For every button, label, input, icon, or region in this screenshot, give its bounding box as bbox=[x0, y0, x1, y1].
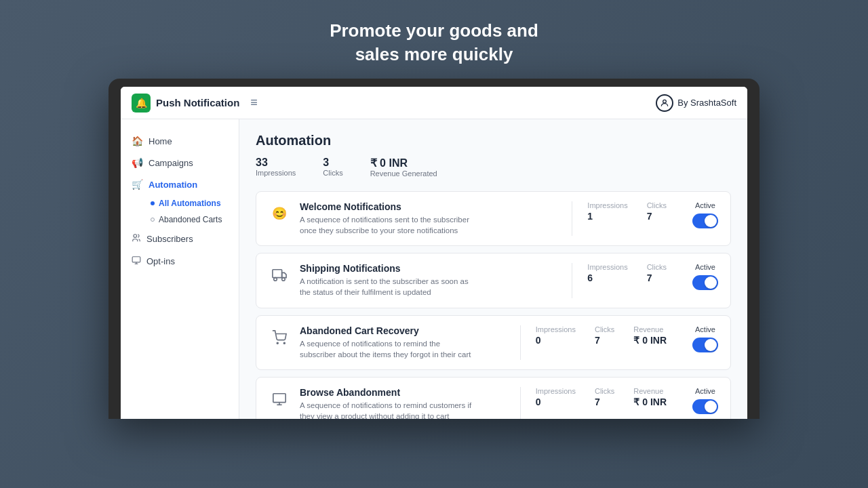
svg-rect-11 bbox=[273, 394, 285, 403]
user-label: By SrashtaSoft bbox=[677, 98, 736, 108]
welcome-toggle-area: Active bbox=[692, 201, 718, 228]
automation-icon: 🛒 bbox=[132, 179, 143, 190]
browse-abandonment-icon bbox=[269, 388, 290, 410]
divider bbox=[520, 325, 521, 360]
svg-point-1 bbox=[134, 235, 137, 238]
shipping-body: Shipping Notifications A notification is… bbox=[300, 263, 557, 298]
browse-abandonment-stats: Impressions 0 Clicks 7 Revenue ₹ 0 INR bbox=[536, 387, 667, 407]
laptop-shell: 🔔 Push Notification ≡ By SrashtaSoft 🏠 H… bbox=[108, 79, 760, 419]
app-logo: 🔔 Push Notification bbox=[132, 94, 239, 113]
sidebar-item-home[interactable]: 🏠 Home bbox=[121, 130, 239, 152]
sidebar-sub-all-automations[interactable]: All Automations bbox=[145, 195, 239, 211]
hamburger-icon[interactable]: ≡ bbox=[250, 96, 258, 110]
browse-abandonment-toggle-area: Active bbox=[692, 387, 718, 414]
sidebar-item-subscribers[interactable]: Subscribers bbox=[121, 228, 239, 250]
sidebar-sub-menu: All Automations Abandoned Carts bbox=[121, 195, 239, 228]
page-title: Automation bbox=[256, 133, 731, 148]
stat-revenue-value: ₹ 0 INR bbox=[370, 157, 437, 169]
stat-clicks: 3 Clicks bbox=[323, 157, 342, 178]
browse-abandonment-impressions: Impressions 0 bbox=[536, 387, 576, 407]
divider bbox=[572, 263, 572, 298]
abandoned-cart-toggle[interactable] bbox=[692, 338, 718, 352]
stat-impressions-value: 33 bbox=[256, 157, 296, 169]
all-automations-label: All Automations bbox=[159, 199, 221, 208]
stat-revenue-label: Revenue Generated bbox=[370, 169, 437, 178]
browse-abandonment-desc: A sequence of notifications to remind cu… bbox=[300, 400, 476, 419]
optins-icon bbox=[132, 256, 141, 267]
shipping-icon bbox=[269, 264, 290, 286]
campaigns-icon: 📢 bbox=[132, 157, 143, 168]
sidebar-optins-label: Opt-ins bbox=[146, 256, 175, 266]
welcome-impressions: Impressions 1 bbox=[587, 201, 627, 222]
divider bbox=[572, 201, 572, 236]
stat-revenue: ₹ 0 INR Revenue Generated bbox=[370, 157, 437, 178]
shipping-title: Shipping Notifications bbox=[300, 263, 557, 274]
card-shipping: Shipping Notifications A notification is… bbox=[256, 253, 731, 308]
sidebar-item-optins[interactable]: Opt-ins bbox=[121, 250, 239, 272]
svg-point-10 bbox=[283, 342, 285, 344]
abandoned-cart-revenue: Revenue ₹ 0 INR bbox=[633, 325, 667, 346]
welcome-clicks: Clicks 7 bbox=[647, 201, 667, 222]
content-area: Automation 33 Impressions 3 Clicks ₹ 0 I… bbox=[239, 119, 747, 419]
app-name: Push Notification bbox=[156, 97, 239, 108]
divider bbox=[520, 387, 521, 419]
svg-marker-6 bbox=[282, 273, 286, 278]
abandoned-cart-clicks: Clicks 7 bbox=[595, 325, 614, 346]
abandoned-cart-impressions: Impressions 0 bbox=[536, 325, 576, 346]
card-browse-abandonment: Browse Abandonment A sequence of notific… bbox=[256, 377, 731, 419]
svg-point-7 bbox=[274, 278, 277, 281]
shipping-toggle[interactable] bbox=[692, 275, 718, 290]
abandoned-cart-desc: A sequence of notifications to remind th… bbox=[300, 338, 476, 360]
welcome-desc: A sequence of notifications sent to the … bbox=[300, 214, 476, 236]
stat-clicks-value: 3 bbox=[323, 157, 342, 169]
main-layout: 🏠 Home 📢 Campaigns 🛒 Automation All Auto… bbox=[121, 119, 747, 419]
browse-abandonment-toggle[interactable] bbox=[692, 399, 718, 414]
shipping-clicks: Clicks 7 bbox=[647, 263, 667, 283]
browse-abandonment-toggle-label: Active bbox=[695, 387, 715, 395]
welcome-body: Welcome Notifications A sequence of noti… bbox=[300, 201, 557, 236]
dot-empty bbox=[151, 218, 155, 222]
abandoned-cart-toggle-label: Active bbox=[695, 325, 715, 333]
browse-abandonment-revenue: Revenue ₹ 0 INR bbox=[633, 387, 667, 407]
sidebar-subscribers-label: Subscribers bbox=[146, 234, 193, 244]
sidebar-item-automation[interactable]: 🛒 Automation bbox=[121, 174, 239, 195]
shipping-impressions: Impressions 6 bbox=[587, 263, 627, 283]
welcome-title: Welcome Notifications bbox=[300, 201, 557, 212]
svg-point-9 bbox=[277, 342, 278, 344]
welcome-toggle[interactable] bbox=[692, 214, 718, 228]
shipping-toggle-area: Active bbox=[692, 263, 718, 290]
welcome-stats: Impressions 1 Clicks 7 bbox=[587, 201, 667, 222]
abandoned-carts-label: Abandoned Carts bbox=[159, 215, 222, 224]
svg-rect-2 bbox=[132, 257, 140, 262]
browse-abandonment-clicks: Clicks 7 bbox=[595, 387, 614, 407]
sidebar-item-campaigns[interactable]: 📢 Campaigns bbox=[121, 152, 239, 174]
welcome-icon: 😊 bbox=[269, 203, 290, 224]
stat-clicks-label: Clicks bbox=[323, 169, 342, 177]
shipping-stats: Impressions 6 Clicks 7 bbox=[587, 263, 667, 283]
stats-row: 33 Impressions 3 Clicks ₹ 0 INR Revenue … bbox=[256, 157, 731, 178]
hero-headline: Promote your goods and sales more quickl… bbox=[330, 19, 538, 66]
top-bar-user: By SrashtaSoft bbox=[656, 94, 736, 112]
shipping-toggle-label: Active bbox=[695, 263, 715, 271]
sidebar-sub-abandoned-carts[interactable]: Abandoned Carts bbox=[145, 211, 239, 228]
top-bar: 🔔 Push Notification ≡ By SrashtaSoft bbox=[121, 87, 747, 119]
abandoned-cart-icon bbox=[269, 327, 290, 348]
sidebar-automation-label: Automation bbox=[149, 180, 197, 190]
home-icon: 🏠 bbox=[132, 136, 143, 146]
browse-abandonment-title: Browse Abandonment bbox=[300, 387, 505, 398]
abandoned-cart-body: Abandoned Cart Recovery A sequence of no… bbox=[300, 325, 505, 360]
svg-point-8 bbox=[282, 278, 285, 281]
stat-impressions: 33 Impressions bbox=[256, 157, 296, 178]
svg-point-0 bbox=[663, 100, 667, 103]
sidebar-home-label: Home bbox=[149, 136, 172, 146]
browse-abandonment-body: Browse Abandonment A sequence of notific… bbox=[300, 387, 505, 419]
abandoned-cart-stats: Impressions 0 Clicks 7 Revenue ₹ 0 INR bbox=[536, 325, 667, 346]
stat-impressions-label: Impressions bbox=[256, 169, 296, 177]
laptop-screen: 🔔 Push Notification ≡ By SrashtaSoft 🏠 H… bbox=[121, 87, 747, 419]
card-welcome: 😊 Welcome Notifications A sequence of no… bbox=[256, 191, 731, 246]
abandoned-cart-title: Abandoned Cart Recovery bbox=[300, 325, 505, 336]
sidebar: 🏠 Home 📢 Campaigns 🛒 Automation All Auto… bbox=[121, 119, 239, 419]
dot-active bbox=[151, 201, 155, 205]
abandoned-cart-toggle-area: Active bbox=[692, 325, 718, 352]
welcome-toggle-label: Active bbox=[695, 201, 715, 209]
